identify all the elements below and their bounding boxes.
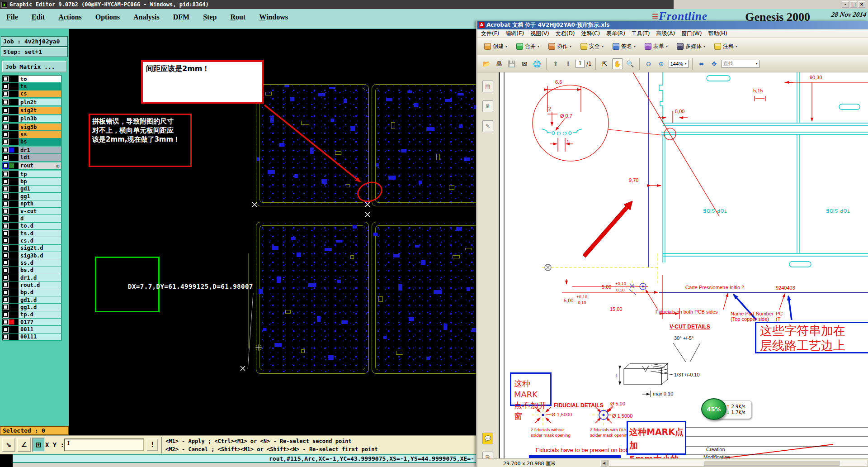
zoom-marquee-button[interactable]: 🔍 bbox=[625, 58, 636, 69]
grid-tool-button[interactable]: ⊞ bbox=[32, 438, 45, 452]
layer-toggle-area[interactable] bbox=[2, 138, 19, 145]
layer-row-rout[interactable]: rout⊞ bbox=[2, 162, 61, 170]
layer-toggle-area[interactable] bbox=[2, 107, 19, 114]
layer-name[interactable]: ts.d bbox=[19, 230, 61, 237]
layer-row-bs[interactable]: bs bbox=[2, 138, 61, 146]
menu-actions[interactable]: Actions bbox=[58, 13, 82, 21]
layer-name[interactable]: 00111 bbox=[19, 334, 61, 340]
layer-name[interactable]: bs bbox=[19, 138, 61, 145]
layer-toggle-area[interactable] bbox=[2, 311, 19, 318]
email-button[interactable]: ✉ bbox=[519, 58, 530, 69]
layer-checkbox[interactable] bbox=[3, 155, 8, 160]
prev-page-button[interactable]: ⬆ bbox=[550, 58, 561, 69]
maximize-button[interactable]: □ bbox=[850, 1, 857, 8]
layer-toggle-area[interactable] bbox=[2, 76, 19, 82]
menu-rout[interactable]: Rout bbox=[230, 13, 245, 21]
comments-panel-icon[interactable]: 💬 bbox=[482, 433, 493, 444]
layer-checkbox[interactable] bbox=[3, 275, 8, 280]
layer-row-tp.d[interactable]: tp.d bbox=[2, 311, 61, 319]
layer-name[interactable]: cs.d bbox=[19, 237, 61, 244]
print-button[interactable]: 🖶 bbox=[494, 58, 505, 69]
layer-name[interactable]: ldi bbox=[19, 154, 61, 161]
hand-tool-button[interactable]: ✋ bbox=[612, 58, 623, 69]
acrobat-titlebar[interactable]: A Acrobat 文档 位于 4V2HJ02YA0-预审指示.xls bbox=[477, 21, 868, 29]
layer-row-sig3b[interactable]: sig3b bbox=[2, 123, 61, 131]
scroll-left-button[interactable]: ◀ bbox=[600, 460, 608, 467]
layer-row-dr1.d[interactable]: dr1.d bbox=[2, 274, 61, 281]
layer-name[interactable]: npth bbox=[19, 200, 61, 207]
close-button[interactable]: × bbox=[858, 1, 865, 8]
layer-toggle-area[interactable] bbox=[2, 200, 19, 207]
layer-name[interactable]: gd1.d bbox=[19, 296, 61, 303]
task-button-表单[interactable]: 表单▾ bbox=[642, 41, 670, 52]
layer-toggle-area[interactable] bbox=[2, 115, 19, 122]
layer-checkbox[interactable] bbox=[3, 139, 8, 144]
layer-checkbox[interactable] bbox=[3, 312, 8, 317]
layer-row-rout.d[interactable]: rout.d bbox=[2, 281, 61, 289]
layer-toggle-area[interactable] bbox=[2, 162, 19, 169]
layer-checkbox[interactable] bbox=[3, 305, 8, 310]
layer-checkbox[interactable] bbox=[3, 84, 8, 89]
layer-checkbox[interactable] bbox=[3, 116, 8, 121]
acrobat-menu-帮助H[interactable]: 帮助(H) bbox=[708, 30, 727, 38]
layer-toggle-area[interactable] bbox=[2, 289, 19, 296]
layer-toggle-area[interactable] bbox=[2, 223, 19, 229]
find-input[interactable]: 查找▾ bbox=[722, 60, 760, 68]
net-speed-widget[interactable]: ↑ 2.9K/s ↓ 1.7K/s 45% bbox=[701, 398, 753, 421]
layer-toggle-area[interactable] bbox=[2, 178, 19, 185]
signatures-panel-icon[interactable]: ✎ bbox=[482, 120, 493, 132]
acrobat-menu-表单R[interactable]: 表单(R) bbox=[606, 30, 625, 38]
menu-dfm[interactable]: DFM bbox=[173, 13, 189, 21]
layer-row-sig2t[interactable]: sig2t bbox=[2, 106, 61, 114]
layer-name[interactable]: 0177 bbox=[19, 319, 61, 325]
layer-row-pln3b[interactable]: pln3b bbox=[2, 114, 61, 123]
layer-toggle-area[interactable] bbox=[2, 147, 19, 153]
angle-tool-button[interactable]: ∠ bbox=[17, 438, 31, 452]
layer-row-v-cut[interactable]: v-cut bbox=[2, 208, 61, 215]
layer-toggle-area[interactable] bbox=[2, 131, 19, 138]
layer-checkbox[interactable] bbox=[3, 201, 8, 206]
fit-page-button[interactable]: ✥ bbox=[709, 58, 720, 69]
acrobat-menu-文件F[interactable]: 文件(F) bbox=[481, 30, 499, 38]
layer-name[interactable]: dr1.d bbox=[19, 274, 61, 281]
layer-toggle-area[interactable] bbox=[2, 296, 19, 303]
layer-checkbox[interactable] bbox=[3, 186, 8, 191]
layer-toggle-area[interactable] bbox=[2, 99, 19, 105]
job-matrix-button[interactable]: Job Matrix ... bbox=[2, 61, 67, 72]
minimize-button[interactable]: - bbox=[842, 1, 849, 8]
layer-toggle-area[interactable] bbox=[2, 334, 19, 340]
layer-checkbox[interactable] bbox=[3, 260, 8, 265]
resize-tool-button[interactable]: ⇘ bbox=[2, 438, 15, 452]
layer-name[interactable]: gd1 bbox=[19, 186, 61, 192]
layer-checkbox[interactable] bbox=[3, 253, 8, 258]
zoom-level-select[interactable]: 144%▾ bbox=[669, 60, 689, 68]
layer-toggle-area[interactable] bbox=[2, 186, 19, 192]
layer-toggle-area[interactable] bbox=[2, 237, 19, 244]
layer-toggle-area[interactable] bbox=[2, 259, 19, 266]
layer-toggle-area[interactable] bbox=[2, 326, 19, 333]
layer-checkbox[interactable] bbox=[3, 132, 8, 137]
layer-checkbox[interactable] bbox=[3, 238, 8, 243]
horizontal-scrollbar[interactable] bbox=[609, 460, 868, 467]
layer-name[interactable]: sig2t.d bbox=[19, 245, 61, 252]
layer-name[interactable]: ss bbox=[19, 131, 61, 138]
zoom-in-button[interactable]: ⊕ bbox=[656, 58, 667, 69]
acrobat-menu-注释C[interactable]: 注释(C) bbox=[581, 30, 600, 38]
layer-checkbox[interactable] bbox=[3, 268, 8, 273]
menu-edit[interactable]: Edit bbox=[32, 13, 45, 21]
task-button-创建[interactable]: 创建▾ bbox=[482, 41, 509, 52]
next-page-button[interactable]: ⬇ bbox=[563, 58, 574, 69]
layer-name[interactable]: tp bbox=[19, 171, 61, 177]
layer-checkbox[interactable] bbox=[3, 163, 8, 168]
layer-name[interactable]: ts bbox=[19, 83, 61, 90]
layer-row-bp[interactable]: bp bbox=[2, 178, 61, 185]
layer-row-npth[interactable]: npth bbox=[2, 200, 61, 208]
layer-checkbox[interactable] bbox=[3, 194, 8, 199]
layer-row-cs.d[interactable]: cs.d bbox=[2, 237, 61, 244]
layer-row-to.d[interactable]: to.d bbox=[2, 223, 61, 230]
layer-toggle-area[interactable] bbox=[2, 215, 19, 222]
layer-row-sig2t.d[interactable]: sig2t.d bbox=[2, 245, 61, 252]
layer-row-bs.d[interactable]: bs.d bbox=[2, 267, 61, 274]
layer-name[interactable]: dr1 bbox=[19, 147, 61, 153]
layer-toggle-area[interactable] bbox=[2, 267, 19, 274]
